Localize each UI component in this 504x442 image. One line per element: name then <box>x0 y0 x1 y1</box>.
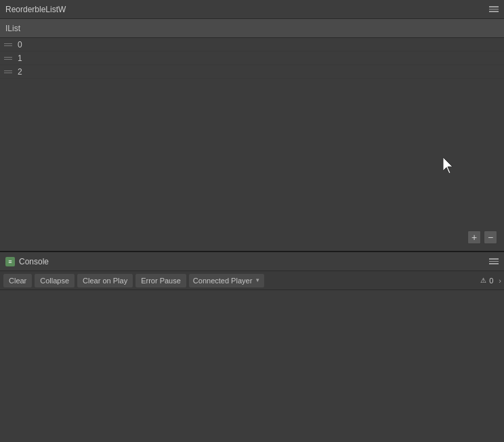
hamburger-line-2 <box>489 9 499 10</box>
list-item[interactable]: 1 <box>0 52 504 65</box>
drag-line <box>4 59 12 60</box>
drag-handle-0 <box>4 43 12 46</box>
console-icon: ≡ <box>5 257 15 266</box>
dropdown-arrow-icon: ▼ <box>255 277 260 283</box>
console-toolbar: Clear Collapse Clear on Play Error Pause… <box>0 271 504 290</box>
remove-item-button[interactable]: − <box>484 230 497 244</box>
item-number-0: 0 <box>18 40 22 49</box>
hamburger-line <box>489 263 499 264</box>
error-pause-button[interactable]: Error Pause <box>135 273 187 288</box>
item-number-2: 2 <box>18 67 22 77</box>
connected-player-button[interactable]: Connected Player ▼ <box>188 273 265 288</box>
log-counters: ⚠ 0 › <box>476 275 501 287</box>
drag-line <box>4 57 12 58</box>
warning-icon: ⚠ <box>478 276 488 285</box>
clear-on-play-button[interactable]: Clear on Play <box>77 273 133 288</box>
warning-counter[interactable]: ⚠ 0 <box>476 275 496 287</box>
hamburger-line-3 <box>489 11 499 12</box>
console-menu-icon[interactable] <box>489 258 499 264</box>
connected-player-label: Connected Player <box>193 277 252 285</box>
top-panel: ReorderbleListW IList 0 1 2 <box>0 0 504 251</box>
ilist-header: IList <box>0 19 504 38</box>
list-item[interactable]: 0 <box>0 38 504 52</box>
top-panel-header: ReorderbleListW <box>0 0 504 19</box>
list-item[interactable]: 2 <box>0 65 504 79</box>
drag-handle-2 <box>4 71 12 73</box>
menu-icon[interactable] <box>489 6 499 12</box>
bottom-panel: ≡ Console Clear Collapse Clear on Play E… <box>0 251 504 442</box>
drag-line <box>4 45 12 46</box>
hamburger-line-1 <box>489 6 499 7</box>
drag-handle-1 <box>4 57 12 60</box>
console-header: ≡ Console <box>0 252 504 271</box>
svg-marker-0 <box>443 157 453 174</box>
collapse-button[interactable]: Collapse <box>34 273 75 288</box>
hamburger-line <box>489 258 499 260</box>
console-body <box>0 290 504 442</box>
ilist-header-text: IList <box>5 24 20 33</box>
console-title-area: ≡ Console <box>5 257 49 266</box>
console-icon-symbol: ≡ <box>8 258 12 265</box>
hamburger-line <box>489 261 499 262</box>
drag-line <box>4 43 12 44</box>
drag-line <box>4 73 12 73</box>
overflow-indicator[interactable]: › <box>499 277 501 285</box>
hamburger-icon <box>489 6 499 12</box>
cursor-icon <box>442 156 455 175</box>
list-controls: + − <box>467 230 497 244</box>
drag-line <box>4 71 12 71</box>
item-number-1: 1 <box>18 54 22 63</box>
add-item-button[interactable]: + <box>467 230 481 244</box>
console-title: Console <box>19 257 49 266</box>
top-panel-title: ReorderbleListW <box>5 5 66 14</box>
warning-count: 0 <box>489 277 493 285</box>
clear-button[interactable]: Clear <box>3 273 33 288</box>
